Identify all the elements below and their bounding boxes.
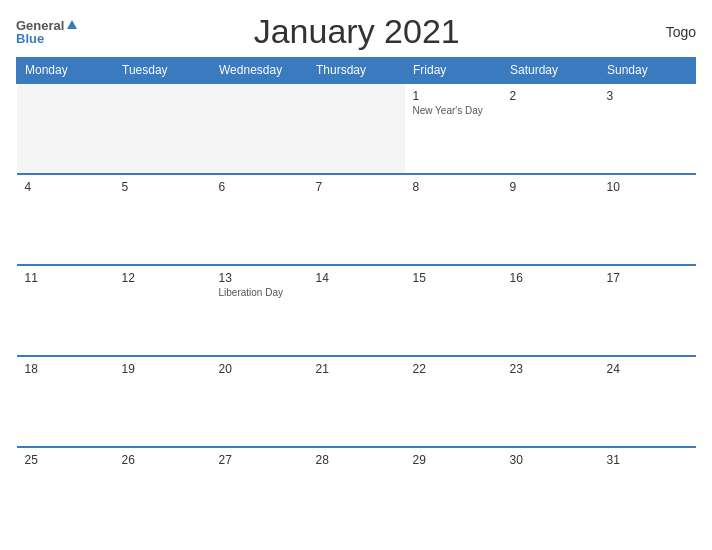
day-number: 2 [510, 89, 591, 103]
day-number: 9 [510, 180, 591, 194]
logo: General Blue [16, 19, 77, 45]
day-number: 20 [219, 362, 300, 376]
col-saturday: Saturday [502, 58, 599, 84]
table-row [17, 83, 114, 174]
table-row: 3 [599, 83, 696, 174]
table-row: 9 [502, 174, 599, 265]
table-row: 15 [405, 265, 502, 356]
table-row: 19 [114, 356, 211, 447]
day-number: 5 [122, 180, 203, 194]
table-row: 27 [211, 447, 308, 538]
table-row: 5 [114, 174, 211, 265]
day-number: 24 [607, 362, 688, 376]
day-number: 31 [607, 453, 688, 467]
day-number: 18 [25, 362, 106, 376]
calendar-title: January 2021 [77, 12, 636, 51]
table-row: 24 [599, 356, 696, 447]
day-number: 1 [413, 89, 494, 103]
day-number: 29 [413, 453, 494, 467]
day-number: 13 [219, 271, 300, 285]
holiday-label: Liberation Day [219, 287, 300, 298]
table-row [114, 83, 211, 174]
calendar-week-row: 18192021222324 [17, 356, 696, 447]
table-row: 26 [114, 447, 211, 538]
logo-triangle-icon [67, 20, 77, 29]
day-number: 4 [25, 180, 106, 194]
day-number: 28 [316, 453, 397, 467]
day-number: 17 [607, 271, 688, 285]
calendar-header-row: Monday Tuesday Wednesday Thursday Friday… [17, 58, 696, 84]
country-label: Togo [636, 24, 696, 40]
day-number: 12 [122, 271, 203, 285]
table-row: 11 [17, 265, 114, 356]
col-tuesday: Tuesday [114, 58, 211, 84]
calendar-page: General Blue January 2021 Togo Monday Tu… [0, 0, 712, 550]
day-number: 19 [122, 362, 203, 376]
day-number: 8 [413, 180, 494, 194]
table-row: 7 [308, 174, 405, 265]
day-number: 16 [510, 271, 591, 285]
day-number: 25 [25, 453, 106, 467]
calendar-week-row: 111213Liberation Day14151617 [17, 265, 696, 356]
table-row: 30 [502, 447, 599, 538]
table-row: 8 [405, 174, 502, 265]
day-number: 22 [413, 362, 494, 376]
header: General Blue January 2021 Togo [16, 12, 696, 51]
day-number: 7 [316, 180, 397, 194]
table-row: 17 [599, 265, 696, 356]
logo-general: General [16, 19, 64, 32]
table-row: 10 [599, 174, 696, 265]
day-number: 27 [219, 453, 300, 467]
col-wednesday: Wednesday [211, 58, 308, 84]
table-row [308, 83, 405, 174]
calendar-table: Monday Tuesday Wednesday Thursday Friday… [16, 57, 696, 538]
table-row: 20 [211, 356, 308, 447]
table-row: 18 [17, 356, 114, 447]
calendar-week-row: 45678910 [17, 174, 696, 265]
table-row: 14 [308, 265, 405, 356]
table-row [211, 83, 308, 174]
logo-blue: Blue [16, 32, 44, 45]
day-number: 11 [25, 271, 106, 285]
day-number: 10 [607, 180, 688, 194]
table-row: 31 [599, 447, 696, 538]
day-number: 6 [219, 180, 300, 194]
table-row: 4 [17, 174, 114, 265]
table-row: 23 [502, 356, 599, 447]
day-number: 23 [510, 362, 591, 376]
day-number: 15 [413, 271, 494, 285]
table-row: 12 [114, 265, 211, 356]
day-number: 3 [607, 89, 688, 103]
table-row: 1New Year's Day [405, 83, 502, 174]
table-row: 25 [17, 447, 114, 538]
calendar-week-row: 25262728293031 [17, 447, 696, 538]
calendar-week-row: 1New Year's Day23 [17, 83, 696, 174]
day-number: 30 [510, 453, 591, 467]
col-thursday: Thursday [308, 58, 405, 84]
col-sunday: Sunday [599, 58, 696, 84]
table-row: 21 [308, 356, 405, 447]
table-row: 22 [405, 356, 502, 447]
col-friday: Friday [405, 58, 502, 84]
table-row: 6 [211, 174, 308, 265]
day-number: 14 [316, 271, 397, 285]
col-monday: Monday [17, 58, 114, 84]
day-number: 21 [316, 362, 397, 376]
table-row: 13Liberation Day [211, 265, 308, 356]
table-row: 16 [502, 265, 599, 356]
day-number: 26 [122, 453, 203, 467]
table-row: 29 [405, 447, 502, 538]
table-row: 2 [502, 83, 599, 174]
holiday-label: New Year's Day [413, 105, 494, 116]
table-row: 28 [308, 447, 405, 538]
